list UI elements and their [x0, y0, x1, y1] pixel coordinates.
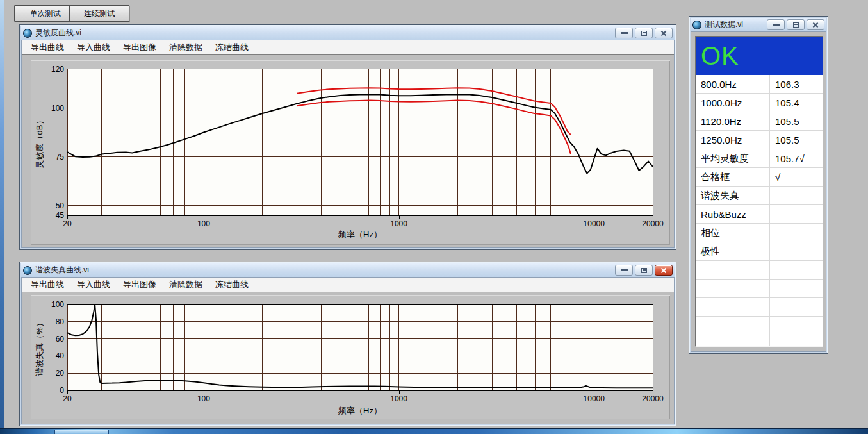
close-icon [812, 22, 819, 28]
y-tick-label: 100 [40, 300, 64, 309]
minimize-button[interactable] [615, 28, 633, 38]
x-axis-ticks [67, 216, 653, 219]
menu-item-1[interactable]: 导入曲线 [70, 279, 117, 290]
x-tick-label: 20000 [642, 219, 663, 228]
row-value [769, 280, 823, 297]
row-value: 105.5 [769, 131, 823, 149]
table-row: 800.0Hz106.3 [696, 75, 823, 94]
row-label: Rub&Buzz [696, 209, 769, 220]
close-button[interactable] [655, 28, 673, 38]
test-data-table: 800.0Hz106.31000.0Hz105.41120.0Hz105.512… [696, 75, 823, 347]
row-value [769, 298, 823, 316]
minimize-button[interactable] [767, 19, 785, 30]
x-tick-mark [594, 216, 594, 219]
table-row: 相位 [696, 224, 823, 242]
continuous-test-button[interactable]: 连续测试 [69, 5, 129, 22]
restore-icon [793, 22, 799, 28]
test-data-display: OK 800.0Hz106.31000.0Hz105.41120.0Hz105.… [695, 36, 823, 347]
x-axis-title: 频率（Hz） [338, 229, 382, 240]
row-label: 相位 [696, 227, 769, 239]
close-icon [660, 267, 667, 274]
table-row [696, 261, 823, 280]
menu-item-2[interactable]: 导出图像 [117, 279, 163, 290]
taskbar-item[interactable] [54, 430, 109, 434]
x-tick-mark [399, 216, 400, 219]
minimize-icon [773, 24, 780, 26]
sensitivity-chart [67, 69, 653, 215]
x-tick-label: 1000 [390, 219, 407, 228]
close-button[interactable] [807, 19, 824, 30]
row-value [769, 317, 823, 335]
x-tick-label: 1000 [390, 394, 407, 403]
row-value [769, 224, 823, 242]
x-tick-label: 20000 [642, 394, 663, 403]
table-row: 1120.0Hz105.5 [696, 112, 823, 131]
x-tick-label: 100 [197, 219, 210, 228]
table-row [696, 317, 823, 335]
x-tick-label: 20 [63, 394, 71, 403]
menu-item-1[interactable]: 导入曲线 [70, 42, 117, 53]
menu-item-4[interactable]: 冻结曲线 [209, 42, 255, 53]
taskbar[interactable] [0, 428, 868, 434]
x-tick-mark [399, 391, 400, 394]
restore-button[interactable] [635, 28, 653, 38]
x-axis-tick-labels: 2010010001000020000 [67, 394, 653, 403]
menu-item-0[interactable]: 导出曲线 [24, 42, 70, 53]
table-row [696, 335, 823, 347]
restore-icon [641, 268, 647, 273]
window-body: OK 800.0Hz106.31000.0Hz105.41120.0Hz105.… [691, 31, 826, 352]
minimize-icon [621, 32, 628, 34]
x-tick-mark [594, 391, 594, 394]
x-tick-label: 100 [197, 394, 210, 403]
desktop-edge-strip [0, 0, 4, 434]
row-value [769, 261, 823, 279]
y-tick-label: 100 [40, 104, 64, 113]
table-row: 1000.0Hz105.4 [696, 94, 823, 112]
row-value: 105.7√ [769, 149, 823, 167]
x-tick-label: 10000 [584, 394, 605, 403]
x-tick-mark [204, 216, 204, 219]
window-title: 测试数据.vi [705, 19, 764, 30]
close-button[interactable] [655, 265, 673, 276]
minimize-icon [621, 269, 628, 271]
row-label: 平均灵敏度 [696, 153, 769, 165]
table-row: 谐波失真 [696, 187, 823, 205]
y-tick-label: 45 [40, 211, 64, 220]
restore-button[interactable] [787, 19, 805, 30]
menu-item-3[interactable]: 清除数据 [163, 42, 209, 53]
restore-button[interactable] [635, 265, 653, 276]
single-test-button[interactable]: 单次测试 [14, 5, 76, 22]
vi-icon [23, 29, 32, 38]
status-banner: OK [696, 37, 823, 75]
titlebar-test-data[interactable]: 测试数据.vi [691, 18, 826, 31]
minimize-button[interactable] [615, 265, 633, 276]
x-axis-title: 频率（Hz） [338, 405, 382, 417]
distortion-plot-area [67, 304, 653, 391]
x-tick-label: 20 [63, 219, 71, 228]
menu-item-3[interactable]: 清除数据 [163, 279, 209, 290]
table-row: 极性 [696, 242, 823, 261]
vi-icon [692, 21, 701, 29]
vi-icon [23, 266, 32, 275]
table-row: 平均灵敏度105.7√ [696, 149, 823, 168]
x-tick-mark [204, 391, 204, 394]
window-distortion-curve: 谐波失真曲线.vi 导出曲线导入曲线导出图像清除数据冻结曲线 100806040… [19, 262, 676, 426]
x-tick-mark [67, 391, 68, 394]
y-tick-label: 0 [40, 386, 64, 395]
row-label: 800.0Hz [696, 79, 769, 90]
menu-bar: 导出曲线导入曲线导出图像清除数据冻结曲线 [22, 278, 674, 292]
menu-item-0[interactable]: 导出曲线 [24, 279, 70, 290]
desktop-screen: 单次测试 连续测试 灵敏度曲线.vi 导出曲线导入曲线导出图像清除数据冻结曲线 … [0, 0, 868, 434]
menu-item-2[interactable]: 导出图像 [117, 42, 163, 53]
y-tick-label: 120 [40, 65, 64, 74]
y-tick-label: 50 [40, 201, 64, 210]
menu-item-4[interactable]: 冻结曲线 [209, 279, 255, 290]
row-label: 合格框 [696, 171, 769, 183]
window-body: 导出曲线导入曲线导出图像清除数据冻结曲线 100806040200 201001… [21, 277, 675, 424]
titlebar-distortion[interactable]: 谐波失真曲线.vi [21, 263, 675, 277]
titlebar-sensitivity[interactable]: 灵敏度曲线.vi [21, 26, 675, 40]
x-tick-mark [653, 216, 653, 219]
table-row: 合格框√ [696, 168, 823, 187]
row-value [769, 187, 823, 204]
sensitivity-plot-area [67, 69, 653, 216]
